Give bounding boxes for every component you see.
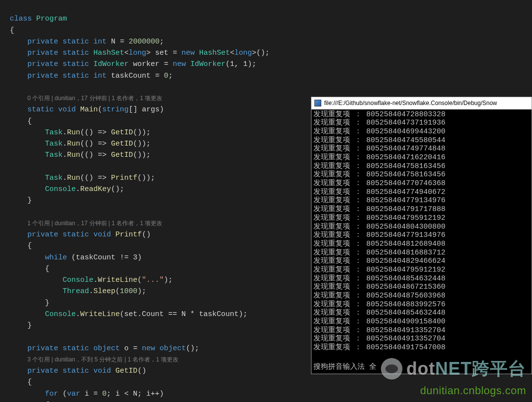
console-output[interactable]: 发现重复项 ： 805258404728803328 发现重复项 ： 80525… (311, 109, 532, 360)
app-icon (314, 100, 321, 106)
brace: { (10, 26, 14, 35)
console-title-text: file:///E:/Github/snowflake-net/Snowflak… (324, 99, 497, 108)
codelens[interactable]: 1 个引用 | dunitian，17 分钟前 | 1 名作者，1 项更改 (27, 220, 162, 227)
main-method: Main (80, 106, 98, 114)
printf-method: Printf (115, 231, 142, 239)
class-name: Program (36, 15, 67, 23)
codelens[interactable]: 3 个引用 | dunitian，不到 5 分钟之前 | 1 名作者，1 项更改 (27, 356, 178, 363)
console-window[interactable]: file:///E:/Github/snowflake-net/Snowflak… (311, 97, 532, 374)
ime-status: 搜狗拼音输入法 全 (311, 360, 532, 374)
codelens[interactable]: 0 个引用 | dunitian，17 分钟前 | 1 名作者，1 项更改 (27, 95, 162, 102)
getid-method: GetID (115, 367, 137, 375)
console-titlebar[interactable]: file:///E:/Github/snowflake-net/Snowflak… (311, 97, 532, 109)
kw-class: class (10, 15, 32, 23)
